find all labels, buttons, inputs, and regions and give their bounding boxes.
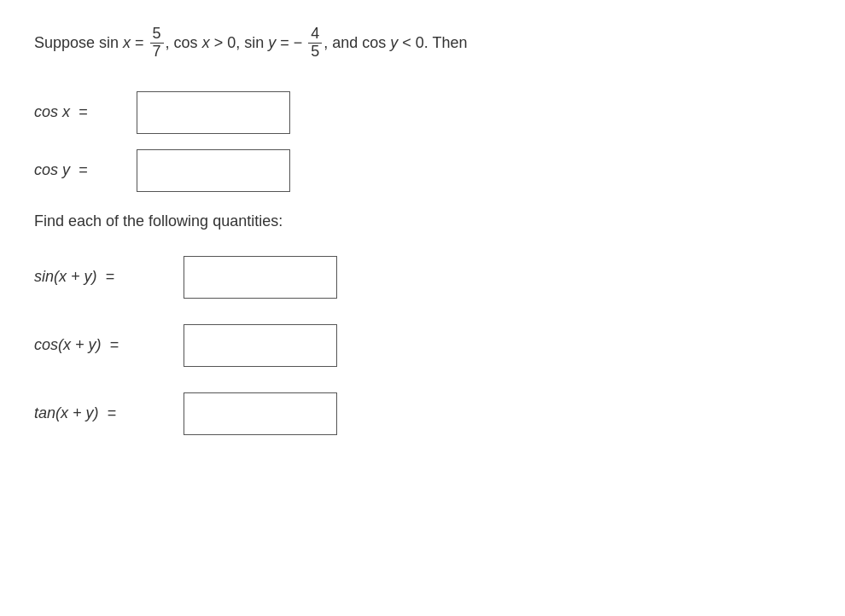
cos-y-input[interactable] xyxy=(137,149,290,192)
sin-xy-label: sin(x + y) = xyxy=(34,268,184,286)
sin-x-fraction: 5 7 xyxy=(150,26,164,61)
tan-xy-label: tan(x + y) = xyxy=(34,404,184,422)
cos-x-condition: , cos x > 0, sin y = − xyxy=(166,31,307,55)
cos-x-row: cos x = xyxy=(34,91,811,134)
sin-xy-input[interactable] xyxy=(184,256,337,299)
cos-xy-label: cos(x + y) = xyxy=(34,336,184,354)
cos-xy-input[interactable] xyxy=(184,324,337,367)
sin-xy-row: sin(x + y) = xyxy=(34,256,811,299)
sin-y-numerator: 4 xyxy=(308,26,322,44)
intro-text: Suppose sin x = xyxy=(34,31,149,55)
cos-y-condition: , and cos y < 0. Then xyxy=(323,31,467,55)
sin-x-numerator: 5 xyxy=(150,26,164,44)
quantities-section: sin(x + y) = cos(x + y) = tan(x + y) = xyxy=(34,256,811,435)
sin-y-denominator: 5 xyxy=(308,44,322,61)
problem-statement: Suppose sin x = 5 7 , cos x > 0, sin y =… xyxy=(34,26,811,61)
cos-xy-row: cos(x + y) = xyxy=(34,324,811,367)
cos-x-input[interactable] xyxy=(137,91,290,134)
sin-y-fraction: 4 5 xyxy=(308,26,322,61)
cos-y-label: cos y = xyxy=(34,161,137,179)
cos-y-row: cos y = xyxy=(34,149,811,192)
tan-xy-row: tan(x + y) = xyxy=(34,392,811,435)
tan-xy-input[interactable] xyxy=(184,392,337,435)
cos-x-label: cos x = xyxy=(34,103,137,121)
quantities-heading: Find each of the following quantities: xyxy=(34,212,811,230)
sin-x-denominator: 7 xyxy=(150,44,164,61)
